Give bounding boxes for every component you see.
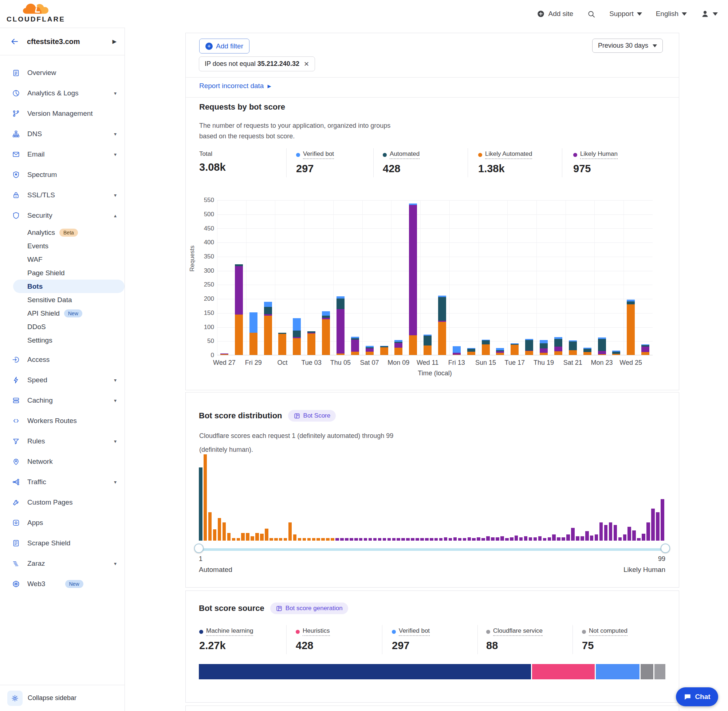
sidebar-item-settings[interactable]: Settings [0,333,124,347]
bar-segment[interactable] [511,345,518,355]
report-incorrect-data-link[interactable]: Report incorrect data ▶ [199,82,271,90]
score-bar-99[interactable] [661,499,664,541]
score-bar-48[interactable] [420,538,424,541]
sidebar-item-sensitive-data[interactable]: Sensitive Data [0,293,124,307]
score-bar-47[interactable] [415,538,419,541]
source-segment-verified-bot[interactable] [596,664,639,679]
score-bar-28[interactable] [326,538,329,541]
score-bar-81[interactable] [576,536,579,541]
score-bar-25[interactable] [312,538,316,541]
bar-day-23[interactable] [540,340,548,355]
score-bar-92[interactable] [628,527,631,541]
sidebar-item-rules[interactable]: Rules▾ [0,431,124,451]
score-bar-38[interactable] [373,538,377,541]
bar-day-29[interactable] [627,299,635,355]
score-bar-42[interactable] [392,538,396,541]
score-bar-77[interactable] [557,537,561,541]
score-bar-50[interactable] [430,538,433,541]
bar-segment[interactable] [540,340,548,343]
score-bar-16[interactable] [269,538,273,541]
score-bar-15[interactable] [265,529,269,541]
filter-chip[interactable]: IP does not equal 35.212.240.32 ✕ [199,56,315,71]
score-bar-82[interactable] [580,536,584,541]
bar-day-14[interactable] [409,204,417,355]
sidebar-item-workers-routes[interactable]: Workers Routes [0,411,124,431]
source-segment-machine-learning[interactable] [199,664,531,679]
bar-day-2[interactable] [235,264,243,355]
score-bar-65[interactable] [501,536,504,541]
close-icon[interactable]: ✕ [304,60,309,68]
score-bar-84[interactable] [590,535,594,541]
bar-day-22[interactable] [525,339,533,355]
sidebar-item-ssl-tls[interactable]: SSL/TLS▾ [0,185,124,205]
score-bar-14[interactable] [260,534,264,541]
score-bar-74[interactable] [543,538,546,541]
score-bar-21[interactable] [293,534,297,541]
score-bar-45[interactable] [406,538,410,541]
sidebar-item-scrape-shield[interactable]: Scrape Shield [0,533,124,553]
score-bar-9[interactable] [237,538,240,541]
score-bar-83[interactable] [585,531,589,541]
score-bar-61[interactable] [481,538,485,541]
sidebar-item-custom-pages[interactable]: Custom Pages [0,492,124,513]
bar-segment[interactable] [337,298,344,309]
bar-segment[interactable] [380,347,388,355]
score-bar-11[interactable] [246,533,250,541]
bar-segment[interactable] [540,348,548,353]
score-bar-12[interactable] [251,536,254,541]
bar-day-6[interactable] [293,318,301,355]
back-arrow-icon[interactable] [10,37,19,46]
score-bar-41[interactable] [387,538,391,541]
bar-segment[interactable] [598,351,606,354]
slider-handle-max[interactable] [661,544,670,553]
bar-segment[interactable] [424,345,431,355]
bar-segment[interactable] [627,301,635,304]
score-bar-46[interactable] [411,538,415,541]
score-bar-22[interactable] [298,538,301,541]
sidebar-item-zaraz[interactable]: Zaraz▾ [0,553,124,574]
bar-segment[interactable] [598,339,606,351]
score-bar-13[interactable] [255,533,259,541]
score-bar-59[interactable] [472,538,475,541]
bar-segment[interactable] [525,340,533,351]
settings-gear-button[interactable] [7,690,22,706]
score-bar-53[interactable] [444,537,447,541]
sidebar-item-ddos[interactable]: DDoS [0,320,124,333]
stat-label[interactable]: Not computed [589,627,628,636]
bar-segment[interactable] [438,322,446,355]
bar-day-9[interactable] [337,296,344,355]
score-bar-19[interactable] [284,538,287,541]
score-bar-3[interactable] [208,512,212,541]
score-bar-49[interactable] [425,538,429,541]
bar-segment[interactable] [467,349,475,352]
score-bar-93[interactable] [632,530,636,541]
bar-day-11[interactable] [366,346,374,355]
search-button[interactable] [587,10,595,18]
score-bar-58[interactable] [468,537,471,541]
score-bar-24[interactable] [307,538,311,541]
score-bar-80[interactable] [571,528,575,541]
score-bar-17[interactable] [274,538,278,541]
score-bar-39[interactable] [378,538,382,541]
score-bar-67[interactable] [510,537,514,541]
bar-day-16[interactable] [438,296,446,355]
source-segment-not-computed[interactable] [654,664,665,679]
sidebar-item-api-shield[interactable]: API ShieldNew [0,307,124,320]
score-bar-60[interactable] [477,537,480,541]
bar-segment[interactable] [307,333,315,355]
bar-segment[interactable] [453,355,461,356]
sidebar-item-network[interactable]: Network [0,451,124,472]
bar-segment[interactable] [482,341,490,344]
score-bar-18[interactable] [279,538,283,541]
score-bar-94[interactable] [637,538,641,541]
score-range-slider[interactable] [199,548,665,551]
score-bar-4[interactable] [213,530,217,541]
bar-day-24[interactable] [554,337,562,355]
sidebar-item-analytics[interactable]: AnalyticsBeta [0,226,124,239]
stat-label[interactable]: Automated [390,150,419,159]
bar-day-1[interactable] [220,354,228,355]
date-range-dropdown[interactable]: Previous 30 days [592,38,663,53]
score-bar-71[interactable] [529,537,532,541]
score-bar-76[interactable] [552,534,556,541]
bar-segment[interactable] [293,338,301,356]
